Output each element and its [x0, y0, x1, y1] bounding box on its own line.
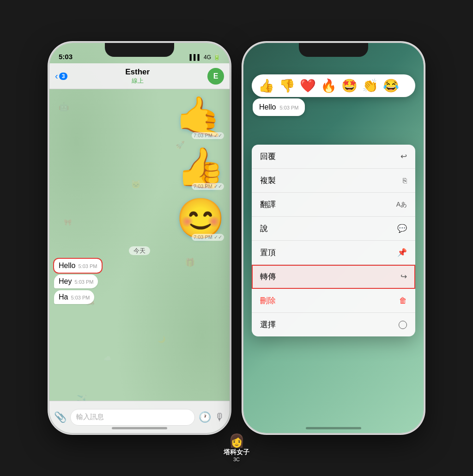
sticker-message-2: 👍 7:03 PM ✓✓ [54, 145, 225, 191]
input-placeholder: 輸入訊息 [76, 413, 104, 421]
contact-name: Esther [67, 67, 207, 77]
message-preview-area: Hello 5:03 PM [253, 98, 414, 116]
watermark: 👩 塔科女子 3C [224, 433, 249, 462]
message-time-2: 5:03 PM [74, 279, 93, 285]
message-time-3: 5:03 PM [71, 295, 90, 300]
speak-icon: 💬 [397, 224, 407, 233]
watermark-subtext: 3C [233, 457, 240, 462]
preview-text: Hello [259, 103, 276, 111]
menu-speak[interactable]: 說 💬 [252, 217, 415, 241]
menu-copy-label: 複製 [260, 175, 276, 186]
pin-icon: 📌 [397, 248, 407, 257]
status-icons: ▌▌▌ 4G 🔋 [189, 54, 220, 61]
message-input[interactable]: 輸入訊息 [70, 409, 195, 426]
menu-pin-label: 置頂 [260, 247, 276, 258]
menu-speak-label: 說 [260, 223, 268, 234]
menu-delete-label: 刪除 [260, 295, 276, 306]
left-phone: 🤖 🚀 🎀 🎁 🚗 🌙 🐱 ☁️ 🎈 ✈️ 5:03 ▌▌▌ 4G 🔋 [49, 43, 230, 433]
forward-icon: ↪ [400, 272, 407, 281]
menu-select[interactable]: 選擇 [252, 313, 415, 336]
notch-right [299, 43, 368, 57]
battery-icon: 🔋 [213, 54, 220, 61]
home-indicator-right[interactable] [306, 427, 361, 429]
notch [105, 43, 174, 57]
menu-pin[interactable]: 置頂 📌 [252, 241, 415, 265]
message-time-1: 5:03 PM [78, 263, 97, 269]
back-chevron-icon: ‹ [55, 71, 58, 81]
message-text-2: Hey [59, 277, 72, 286]
select-icon [399, 321, 407, 329]
menu-translate-label: 翻譯 [260, 199, 276, 210]
menu-forward-label: 轉傳 [260, 271, 276, 282]
chat-header: ‹ 3 Esther 線上 E [49, 63, 230, 89]
reaction-starstruck[interactable]: 🤩 [341, 78, 358, 93]
mic-icon[interactable]: 🎙 [215, 411, 225, 423]
message-preview-bubble: Hello 5:03 PM [253, 98, 305, 116]
preview-time: 5:03 PM [279, 105, 298, 110]
home-indicator[interactable] [112, 427, 167, 429]
menu-reply-label: 回覆 [260, 151, 276, 162]
message-text-3: Ha [59, 293, 68, 301]
message-bubble-2[interactable]: Hey 5:03 PM [54, 275, 98, 288]
reaction-laugh[interactable]: 😂 [383, 78, 399, 93]
menu-copy[interactable]: 複製 ⎘ [252, 169, 415, 193]
message-bubble-3[interactable]: Ha 5:03 PM [54, 290, 94, 304]
sticker-time-2: 7:03 PM ✓✓ [192, 183, 224, 190]
right-phone: 👍 👎 ❤️ 🔥 🤩 👏 😂 Hello 5:03 PM 回覆 ↩ 複製 ⎘ [243, 43, 424, 433]
message-bubble-1[interactable]: Hello 5:03 PM [54, 259, 102, 273]
reaction-heart[interactable]: ❤️ [300, 78, 316, 93]
reaction-clap[interactable]: 👏 [362, 78, 378, 93]
menu-delete[interactable]: 刪除 🗑 [252, 289, 415, 313]
message-text-1: Hello [59, 262, 75, 270]
message-2[interactable]: Hey 5:03 PM [54, 275, 225, 288]
reaction-thumbsup[interactable]: 👍 [258, 78, 274, 93]
network-label: 4G [204, 54, 211, 61]
watermark-icon: 👩 [229, 433, 245, 448]
context-menu: 回覆 ↩ 複製 ⎘ 翻譯 Aあ 說 💬 置頂 📌 轉傳 ↪ [252, 145, 415, 336]
reaction-thumbsdown[interactable]: 👎 [279, 78, 295, 93]
menu-translate[interactable]: 翻譯 Aあ [252, 193, 415, 217]
menu-forward[interactable]: 轉傳 ↪ [252, 265, 415, 289]
status-time: 5:03 [59, 53, 73, 61]
reply-icon: ↩ [400, 152, 407, 161]
delete-icon: 🗑 [399, 296, 407, 305]
sticker-message-1: 🤙 7:03 PM ✓✓ [54, 94, 225, 140]
reaction-bar[interactable]: 👍 👎 ❤️ 🔥 🤩 👏 😂 [252, 74, 415, 97]
back-button[interactable]: ‹ 3 [55, 71, 67, 81]
signal-icon: ▌▌▌ [189, 54, 201, 61]
reaction-fire[interactable]: 🔥 [321, 78, 337, 93]
header-center: Esther 線上 [67, 67, 207, 85]
sticker-time-1: 7:03 PM ✓✓ [192, 132, 224, 139]
date-divider: 今天 [54, 246, 225, 255]
menu-reply[interactable]: 回覆 ↩ [252, 145, 415, 169]
contact-avatar[interactable]: E [207, 68, 224, 85]
back-badge: 3 [59, 73, 68, 80]
sticker-time-3: 7:03 PM ✓✓ [192, 234, 224, 241]
chat-area: 🤙 7:03 PM ✓✓ 👍 7:03 PM ✓✓ 😊 7:03 PM ✓✓ 今… [49, 89, 230, 401]
message-1[interactable]: Hello 5:03 PM [54, 259, 225, 273]
message-3[interactable]: Ha 5:03 PM [54, 290, 225, 304]
emoji-icon[interactable]: 🕐 [199, 411, 211, 423]
sticker-message-3: 😊 7:03 PM ✓✓ [54, 195, 225, 242]
copy-icon: ⎘ [403, 177, 407, 184]
menu-select-label: 選擇 [260, 319, 276, 330]
attach-icon[interactable]: 📎 [54, 411, 67, 423]
contact-status: 線上 [67, 77, 207, 85]
watermark-text: 塔科女子 [224, 448, 249, 457]
translate-icon: Aあ [396, 201, 407, 209]
